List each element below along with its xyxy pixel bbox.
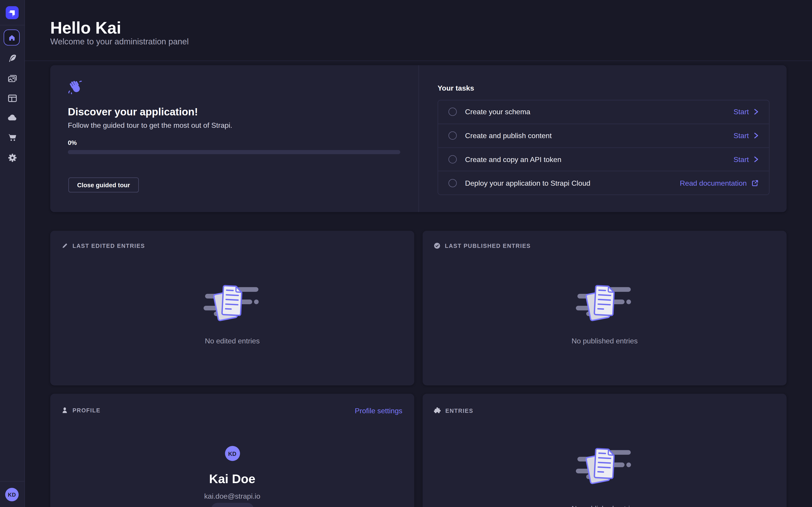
- empty-state-text: No published entries: [422, 337, 786, 345]
- profile-settings-link[interactable]: Profile settings: [355, 407, 402, 415]
- widget-header: Entries: [434, 407, 473, 414]
- profile-name: Kai Doe: [50, 472, 414, 486]
- strapi-logo-icon[interactable]: [6, 6, 18, 19]
- widget-title: Last edited entries: [72, 243, 145, 249]
- sidebar-item-content-manager[interactable]: [7, 53, 17, 64]
- cart-icon: [7, 132, 17, 143]
- documents-illustration: [576, 283, 633, 325]
- task-action-label: Read documentation: [680, 179, 747, 187]
- cloud-icon: [7, 112, 17, 123]
- documents-illustration: [576, 446, 633, 488]
- task-action-label: Start: [733, 155, 749, 163]
- task-status-circle: [448, 155, 457, 163]
- widget-title: Profile: [72, 407, 100, 413]
- check-circle-icon: [434, 243, 440, 249]
- task-action-label: Start: [733, 108, 749, 116]
- sidebar-divider-bottom: [0, 481, 24, 482]
- task-status-circle: [448, 108, 457, 116]
- task-start-link[interactable]: Start: [733, 108, 759, 116]
- task-start-link[interactable]: Start: [733, 155, 759, 163]
- home-icon: [7, 33, 16, 42]
- sidebar-item-marketplace[interactable]: [7, 132, 17, 143]
- tour-progress-bar: [68, 150, 400, 154]
- guided-tour-subtitle: Follow the guided tour to get the most o…: [68, 121, 232, 129]
- sidebar-divider-top: [0, 25, 24, 25]
- chevron-right-icon: [754, 109, 759, 115]
- layout-icon: [7, 93, 17, 103]
- last-published-entries-widget: Last published entries No published entr…: [422, 231, 786, 385]
- close-guided-tour-button[interactable]: Close guided tour: [68, 177, 139, 192]
- widget-header: Last published entries: [434, 243, 531, 249]
- guided-tour-section: Discover your application! Follow the gu…: [50, 65, 419, 212]
- task-label: Create and copy an API token: [465, 155, 561, 163]
- task-status-circle: [448, 179, 457, 187]
- tour-progress-label: 0%: [68, 139, 77, 147]
- task-read-documentation-link[interactable]: Read documentation: [680, 179, 759, 187]
- external-link-icon: [751, 179, 759, 186]
- gear-icon: [7, 152, 17, 163]
- profile-role-badge: [211, 503, 254, 507]
- empty-state-text: No published entries: [422, 505, 786, 507]
- task-row: Create and publish content Start: [438, 123, 769, 147]
- feather-icon: [7, 53, 17, 63]
- task-row: Deploy your application to Strapi Cloud …: [438, 171, 769, 194]
- empty-state-text: No edited entries: [50, 337, 414, 345]
- page-subtitle: Welcome to your administration panel: [50, 37, 189, 46]
- widget-header: Last edited entries: [62, 243, 145, 249]
- sidebar: KD: [0, 0, 25, 507]
- chevron-right-icon: [754, 156, 759, 163]
- profile-widget: Profile Profile settings KD Kai Doe kai.…: [50, 394, 414, 507]
- person-icon: [62, 407, 68, 413]
- task-label: Create your schema: [465, 108, 530, 116]
- user-avatar[interactable]: KD: [5, 488, 19, 501]
- tasks-section: Your tasks Create your schema Start Crea…: [419, 65, 786, 212]
- widget-title: Entries: [445, 407, 473, 414]
- puzzle-icon: [434, 407, 441, 414]
- sidebar-item-media-library[interactable]: [7, 73, 17, 84]
- widget-header: Profile: [62, 407, 100, 413]
- strapi-admin-dashboard: KD Hello Kai Welcome to your administrat…: [0, 0, 812, 507]
- task-row: Create your schema Start: [438, 100, 769, 123]
- task-label: Create and publish content: [465, 131, 552, 140]
- page-title: Hello Kai: [50, 19, 121, 38]
- guided-tour-card: Discover your application! Follow the gu…: [50, 65, 787, 212]
- documents-illustration: [203, 283, 261, 325]
- task-row: Create and copy an API token Start: [438, 147, 769, 171]
- strapi-logo-glyph: [6, 6, 18, 19]
- entries-widget: Entries No published entries: [422, 394, 786, 507]
- task-action-label: Start: [733, 131, 749, 140]
- widget-title: Last published entries: [445, 243, 531, 249]
- task-status-circle: [448, 131, 457, 140]
- profile-email: kai.doe@strapi.io: [50, 492, 414, 500]
- task-label: Deploy your application to Strapi Cloud: [465, 179, 591, 187]
- task-list: Create your schema Start Create and publ…: [438, 100, 770, 195]
- sidebar-item-settings[interactable]: [7, 152, 17, 163]
- chevron-right-icon: [754, 132, 759, 139]
- sidebar-item-home[interactable]: [4, 30, 19, 46]
- screen: KD Hello Kai Welcome to your administrat…: [0, 0, 812, 507]
- pencil-icon: [62, 243, 68, 249]
- guided-tour-title: Discover your application!: [68, 106, 198, 118]
- task-start-link[interactable]: Start: [733, 131, 759, 140]
- tasks-title: Your tasks: [438, 84, 474, 92]
- sidebar-item-content-type-builder[interactable]: [7, 93, 17, 103]
- wave-hand-icon: [68, 80, 82, 94]
- profile-avatar: KD: [225, 446, 240, 461]
- header-divider: [25, 61, 812, 61]
- sidebar-item-cloud[interactable]: [7, 112, 17, 123]
- images-icon: [7, 73, 17, 83]
- last-edited-entries-widget: Last edited entries No edited entries: [50, 231, 414, 385]
